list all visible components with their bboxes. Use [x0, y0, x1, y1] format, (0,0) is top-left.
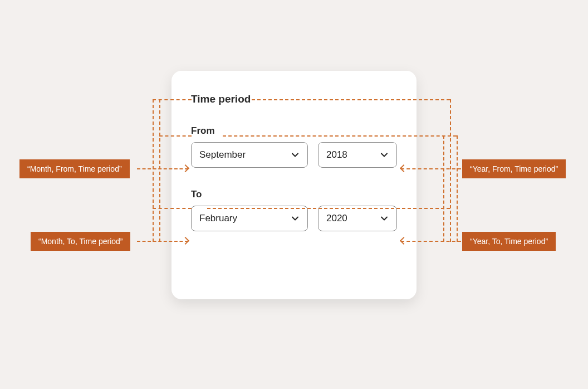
annotation-line — [137, 168, 188, 169]
annotation-line — [401, 241, 461, 242]
annotation-line — [153, 99, 154, 242]
annotation-line — [457, 135, 458, 242]
annotation-line — [159, 135, 192, 137]
annotation-line — [153, 208, 192, 209]
time-period-card: Time period From September 2018 To Febru… — [171, 71, 416, 299]
annotation-line — [223, 135, 457, 137]
chevron-down-icon — [380, 150, 389, 159]
annotation-month-to: “Month, To, Time period” — [31, 232, 130, 251]
from-month-value: September — [199, 149, 246, 161]
from-year-select[interactable]: 2018 — [318, 142, 397, 168]
chevron-down-icon — [380, 214, 389, 223]
from-group: From September 2018 — [191, 125, 397, 168]
annotation-line — [252, 99, 450, 100]
annotation-year-to: “Year, To, Time period” — [462, 232, 556, 251]
from-selects: September 2018 — [191, 142, 397, 168]
annotation-year-from: “Year, From, Time period” — [462, 159, 566, 178]
to-month-value: February — [199, 213, 237, 224]
annotation-line — [137, 241, 188, 242]
annotation-line — [207, 208, 450, 209]
annotation-line — [401, 168, 461, 169]
chevron-down-icon — [291, 214, 300, 223]
to-selects: February 2020 — [191, 206, 397, 231]
to-month-select[interactable]: February — [191, 206, 308, 231]
annotation-line — [450, 99, 451, 242]
annotation-line — [159, 99, 160, 242]
from-year-value: 2018 — [326, 149, 347, 161]
to-year-select[interactable]: 2020 — [318, 206, 397, 231]
from-label: From — [191, 125, 397, 137]
from-month-select[interactable]: September — [191, 142, 308, 168]
annotation-line — [153, 99, 192, 100]
annotation-month-from: “Month, From, Time period” — [19, 159, 130, 178]
to-label: To — [191, 189, 397, 200]
to-year-value: 2020 — [326, 213, 347, 224]
annotation-line — [443, 135, 444, 242]
to-group: To February 2020 — [191, 189, 397, 231]
chevron-down-icon — [291, 150, 300, 159]
